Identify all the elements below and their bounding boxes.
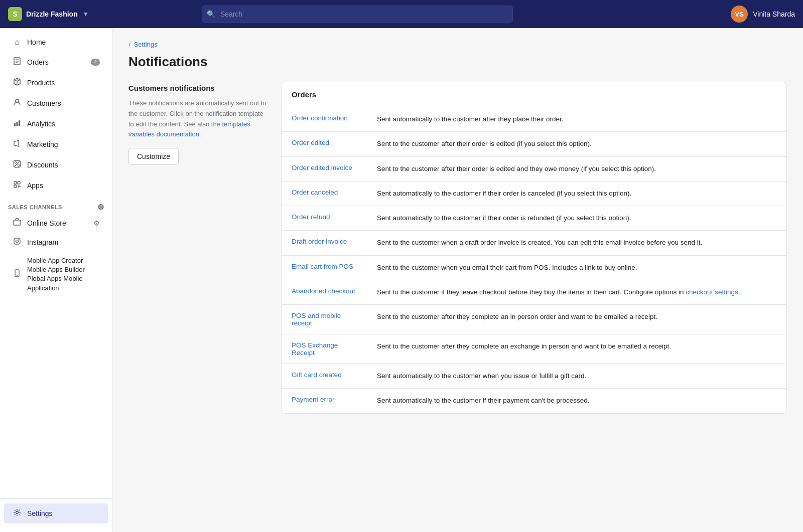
breadcrumb-text: Settings bbox=[134, 41, 158, 48]
discounts-icon bbox=[12, 160, 22, 170]
search-bar: 🔍 bbox=[202, 6, 513, 23]
svg-rect-11 bbox=[14, 182, 17, 184]
order-notification-link[interactable]: Email cart from POS bbox=[292, 263, 353, 270]
sidebar-label-customers: Customers bbox=[27, 99, 61, 107]
orders-section-heading: Orders bbox=[282, 82, 786, 107]
apps-icon bbox=[12, 181, 22, 191]
sidebar-label-analytics: Analytics bbox=[27, 120, 55, 128]
sidebar-label-instagram: Instagram bbox=[27, 238, 58, 246]
brand-name: Drizzle Fashion bbox=[26, 10, 78, 18]
table-row: Abandoned checkoutSent to the customer i… bbox=[282, 280, 786, 304]
table-row: Email cart from POSSent to the customer … bbox=[282, 255, 786, 280]
brand-caret-icon: ▼ bbox=[83, 11, 89, 18]
sidebar-label-marketing: Marketing bbox=[27, 140, 58, 148]
marketing-icon bbox=[12, 139, 22, 149]
order-notification-link[interactable]: Gift card created bbox=[292, 371, 342, 379]
order-notification-link[interactable]: Order confirmation bbox=[292, 114, 348, 122]
svg-point-4 bbox=[16, 99, 19, 102]
orders-badge: 4 bbox=[91, 59, 100, 66]
sidebar-label-mobile-app: Mobile App Creator - Mobile Apps Builder… bbox=[27, 256, 100, 293]
content-area: ‹ Settings Notifications Customers notif… bbox=[112, 28, 803, 532]
user-area: VS Vinita Sharda bbox=[731, 6, 795, 23]
svg-rect-5 bbox=[14, 123, 16, 126]
customers-notifications-heading: Customers notifications bbox=[128, 84, 269, 92]
sidebar-bottom: Settings bbox=[0, 498, 112, 532]
sidebar-item-settings[interactable]: Settings bbox=[4, 503, 108, 523]
order-notification-link[interactable]: Order refund bbox=[292, 213, 330, 221]
svg-rect-15 bbox=[14, 238, 20, 244]
order-notification-link[interactable]: Order canceled bbox=[292, 189, 338, 196]
online-store-settings-icon[interactable]: ⚙ bbox=[93, 219, 100, 227]
instagram-icon bbox=[12, 237, 22, 247]
table-row: Order edited invoiceSent to the customer… bbox=[282, 156, 786, 181]
left-panel: Customers notifications These notificati… bbox=[128, 82, 269, 414]
content-grid: Customers notifications These notificati… bbox=[128, 82, 787, 414]
table-row: Payment errorSent automatically to the c… bbox=[282, 389, 786, 413]
svg-point-20 bbox=[16, 511, 19, 514]
order-notification-link[interactable]: Order edited bbox=[292, 139, 329, 146]
sales-channels-label: SALES CHANNELS bbox=[8, 204, 62, 210]
online-store-icon bbox=[12, 218, 22, 228]
sidebar-label-online-store: Online Store bbox=[27, 219, 66, 227]
svg-point-16 bbox=[16, 240, 19, 243]
customers-icon bbox=[12, 98, 22, 108]
order-notification-link[interactable]: Order edited invoice bbox=[292, 164, 352, 171]
table-row: Gift card createdSent automatically to t… bbox=[282, 364, 786, 389]
order-notification-link[interactable]: POS Exchange Receipt bbox=[292, 341, 338, 357]
customers-notifications-description: These notifications are automatically se… bbox=[128, 98, 269, 140]
table-row: Draft order invoiceSent to the customer … bbox=[282, 231, 786, 255]
svg-rect-6 bbox=[17, 122, 18, 126]
sidebar-item-discounts[interactable]: Discounts bbox=[4, 155, 108, 175]
mobile-app-icon bbox=[12, 269, 22, 279]
avatar[interactable]: VS bbox=[731, 6, 748, 23]
search-input[interactable] bbox=[202, 6, 513, 23]
table-row: POS Exchange ReceiptSent to the customer… bbox=[282, 334, 786, 364]
shopify-icon: S bbox=[8, 7, 22, 21]
svg-rect-7 bbox=[19, 120, 20, 126]
orders-card: Orders Order confirmationSent automatica… bbox=[281, 82, 787, 414]
search-icon: 🔍 bbox=[207, 10, 215, 18]
add-sales-channel-button[interactable]: ⊕ bbox=[97, 202, 104, 212]
svg-point-8 bbox=[15, 162, 17, 163]
svg-point-17 bbox=[19, 239, 20, 240]
analytics-icon bbox=[12, 119, 22, 129]
svg-point-9 bbox=[18, 165, 20, 166]
table-row: POS and mobile receiptSent to the custom… bbox=[282, 305, 786, 334]
settings-icon bbox=[12, 508, 22, 518]
checkout-settings-link[interactable]: checkout settings bbox=[686, 288, 738, 296]
sidebar-item-analytics[interactable]: Analytics bbox=[4, 114, 108, 134]
sidebar-label-home: Home bbox=[27, 38, 46, 46]
customize-button[interactable]: Customize bbox=[128, 148, 179, 165]
user-name: Vinita Sharda bbox=[753, 10, 795, 18]
home-icon: ⌂ bbox=[12, 38, 22, 47]
order-notification-link[interactable]: Draft order invoice bbox=[292, 238, 347, 245]
sidebar-label-discounts: Discounts bbox=[27, 161, 58, 169]
sidebar-item-orders[interactable]: Orders 4 bbox=[4, 52, 108, 72]
sidebar-item-customers[interactable]: Customers bbox=[4, 93, 108, 113]
sidebar-label-apps: Apps bbox=[27, 182, 43, 190]
table-row: Order canceledSent automatically to the … bbox=[282, 181, 786, 206]
sidebar-item-apps[interactable]: Apps bbox=[4, 175, 108, 196]
sidebar-item-home[interactable]: ⌂ Home bbox=[4, 33, 108, 52]
top-header: S Drizzle Fashion ▼ 🔍 VS Vinita Sharda bbox=[0, 0, 803, 28]
brand-logo[interactable]: S Drizzle Fashion ▼ bbox=[8, 7, 89, 21]
sidebar-item-mobile-app[interactable]: Mobile App Creator - Mobile Apps Builder… bbox=[4, 252, 108, 297]
sidebar-item-instagram[interactable]: Instagram bbox=[4, 233, 108, 251]
sidebar-item-products[interactable]: Products bbox=[4, 73, 108, 93]
order-notification-link[interactable]: Abandoned checkout bbox=[292, 287, 355, 295]
main-layout: ⌂ Home Orders 4 Products Custom bbox=[0, 28, 803, 532]
svg-rect-13 bbox=[14, 185, 17, 188]
orders-table: Order confirmationSent automatically to … bbox=[282, 107, 786, 413]
table-row: Order editedSent to the customer after t… bbox=[282, 132, 786, 156]
table-row: Order confirmationSent automatically to … bbox=[282, 107, 786, 132]
breadcrumb[interactable]: ‹ Settings bbox=[128, 40, 787, 48]
svg-rect-12 bbox=[18, 182, 20, 184]
sidebar-label-products: Products bbox=[27, 79, 55, 87]
sidebar-item-online-store[interactable]: Online Store ⚙ bbox=[4, 214, 108, 232]
sidebar-item-marketing[interactable]: Marketing bbox=[4, 134, 108, 154]
svg-rect-14 bbox=[14, 220, 21, 225]
order-notification-link[interactable]: Payment error bbox=[292, 396, 335, 403]
breadcrumb-chevron-icon: ‹ bbox=[128, 40, 131, 48]
table-row: Order refundSent automatically to the cu… bbox=[282, 206, 786, 231]
order-notification-link[interactable]: POS and mobile receipt bbox=[292, 312, 341, 327]
